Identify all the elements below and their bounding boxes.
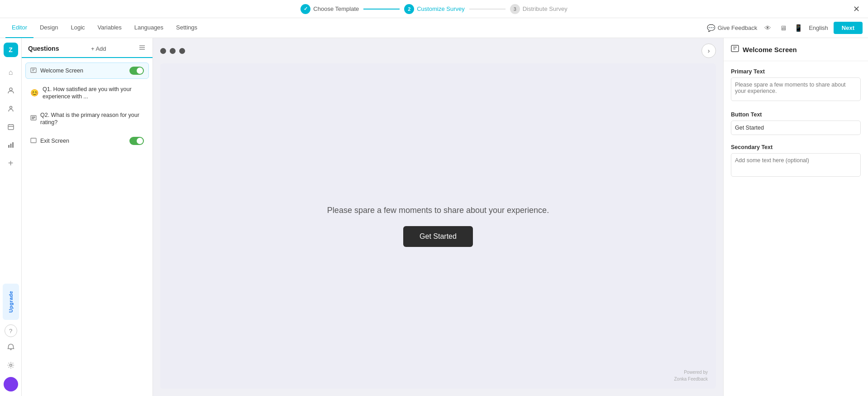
secondary-text-field: Secondary Text (731, 144, 861, 178)
questions-header: Questions + Add (22, 38, 153, 58)
preview-footer: Powered by Zonka Feedback (674, 369, 708, 382)
nav-plus[interactable]: + (3, 155, 19, 171)
add-question-button[interactable]: + Add (91, 45, 106, 52)
svg-rect-5 (12, 142, 14, 148)
step-choose-template[interactable]: ✓ Choose Template (300, 4, 359, 14)
connector-2 (469, 9, 506, 10)
svg-point-1 (10, 106, 12, 109)
tab-design[interactable]: Design (33, 18, 64, 38)
question-item-welcome[interactable]: Welcome Screen (25, 63, 149, 79)
toolbar: Editor Design Logic Variables Languages … (0, 18, 868, 38)
step2-label: Customize Survey (417, 5, 464, 12)
reorder-button[interactable] (138, 43, 146, 53)
preview-area: › Please spare a few moments to share ab… (153, 38, 723, 396)
welcome-screen-toggle[interactable] (129, 67, 144, 75)
step3-label: Distribute Survey (523, 5, 568, 12)
right-panel: Welcome Screen Primary Text Please spare… (723, 38, 868, 396)
nav-users[interactable] (3, 82, 19, 99)
powered-by-label: Powered by (684, 370, 708, 375)
mobile-icon[interactable]: 📱 (793, 23, 803, 33)
upgrade-button[interactable]: Upgrade (3, 284, 19, 320)
step3-icon: 3 (510, 4, 520, 14)
question-item-exit[interactable]: Exit Screen (25, 133, 149, 149)
main-layout: Z ⌂ + Upgrade ? Questions + Add (0, 38, 868, 396)
tab-variables[interactable]: Variables (91, 18, 128, 38)
preview-toolbar: › (153, 38, 723, 63)
tab-languages[interactable]: Languages (128, 18, 170, 38)
svg-rect-10 (731, 45, 739, 52)
svg-rect-9 (31, 138, 36, 143)
nav-bell[interactable] (3, 339, 19, 355)
questions-title: Questions (28, 45, 59, 52)
welcome-screen-label: Welcome Screen (40, 67, 126, 74)
avatar[interactable] (4, 377, 18, 391)
desktop-icon[interactable]: 🖥 (778, 23, 788, 33)
connector-1 (363, 9, 400, 10)
nav-chart[interactable] (3, 137, 19, 153)
exit-screen-toggle[interactable] (129, 137, 144, 145)
tab-logic[interactable]: Logic (64, 18, 91, 38)
right-panel-title: Welcome Screen (743, 46, 797, 53)
questions-list: Welcome Screen 😊 Q1. How satisfied are y… (22, 58, 153, 154)
secondary-text-input[interactable] (731, 153, 861, 177)
exit-screen-label: Exit Screen (40, 137, 126, 145)
question-item-q1[interactable]: 😊 Q1. How satisfied are you with your ex… (25, 82, 149, 105)
close-button[interactable]: ✕ (850, 3, 863, 15)
right-panel-header: Welcome Screen (724, 38, 868, 61)
q2-label: Q2. What is the primary reason for your … (40, 111, 144, 126)
right-panel-body: Primary Text Please spare a few moments … (724, 61, 868, 185)
preview-frame: Please spare a few moments to share abou… (160, 63, 716, 389)
wizard-steps: ✓ Choose Template 2 Customize Survey 3 D… (300, 4, 567, 14)
preview-dot-1 (160, 48, 166, 54)
nav-person[interactable] (3, 101, 19, 117)
step-customize-survey[interactable]: 2 Customize Survey (404, 4, 464, 14)
app-nav: Z ⌂ + Upgrade ? (0, 38, 22, 396)
brand-label: Zonka Feedback (674, 377, 708, 382)
button-text-label: Button Text (731, 111, 861, 118)
secondary-text-label: Secondary Text (731, 144, 861, 150)
question-icon-exit (30, 137, 37, 145)
toolbar-tabs: Editor Design Logic Variables Languages … (5, 18, 707, 38)
svg-point-6 (10, 364, 12, 367)
preview-get-started-button[interactable]: Get Started (403, 226, 473, 247)
primary-text-label: Primary Text (731, 68, 861, 75)
question-icon-welcome (30, 67, 37, 75)
question-icon-q2 (30, 115, 37, 122)
step1-icon: ✓ (300, 4, 310, 14)
preview-dot-3 (179, 48, 185, 54)
language-button[interactable]: English (809, 24, 828, 31)
svg-rect-7 (31, 68, 36, 72)
give-feedback-button[interactable]: 💬 Give Feedback (707, 24, 757, 32)
question-item-q2[interactable]: Q2. What is the primary reason for your … (25, 107, 149, 130)
next-button[interactable]: Next (834, 22, 863, 34)
tab-settings[interactable]: Settings (170, 18, 204, 38)
svg-rect-2 (8, 125, 14, 130)
top-bar: ✓ Choose Template 2 Customize Survey 3 D… (0, 0, 868, 18)
app-logo[interactable]: Z (4, 43, 18, 57)
primary-text-field: Primary Text Please spare a few moments … (731, 68, 861, 102)
feedback-icon: 💬 (707, 24, 715, 32)
nav-help[interactable]: ? (5, 324, 17, 337)
nav-home[interactable]: ⌂ (3, 64, 19, 81)
svg-rect-4 (10, 144, 11, 148)
preview-icon[interactable]: 👁 (763, 23, 773, 33)
button-text-field: Button Text (731, 111, 861, 135)
step2-icon: 2 (404, 4, 414, 14)
primary-text-input[interactable]: Please spare a few moments to share abou… (731, 77, 861, 101)
question-icon-q1: 😊 (30, 89, 39, 97)
questions-panel: Questions + Add Welcome Screen 😊 Q1. How… (22, 38, 153, 396)
preview-content: Please spare a few moments to share abou… (327, 206, 549, 247)
q1-label: Q1. How satisfied are you with your expe… (43, 86, 144, 101)
svg-point-0 (10, 88, 12, 91)
preview-next-button[interactable]: › (701, 43, 716, 58)
nav-calendar[interactable] (3, 119, 19, 135)
right-panel-icon (731, 44, 739, 54)
button-text-input[interactable] (731, 121, 861, 135)
preview-dot-2 (170, 48, 176, 54)
step-distribute-survey[interactable]: 3 Distribute Survey (510, 4, 568, 14)
toolbar-right: 💬 Give Feedback 👁 🖥 📱 English Next (707, 22, 863, 34)
tab-editor[interactable]: Editor (5, 18, 33, 38)
svg-rect-3 (8, 145, 10, 148)
nav-settings[interactable] (3, 357, 19, 373)
preview-primary-text: Please spare a few moments to share abou… (327, 206, 549, 215)
